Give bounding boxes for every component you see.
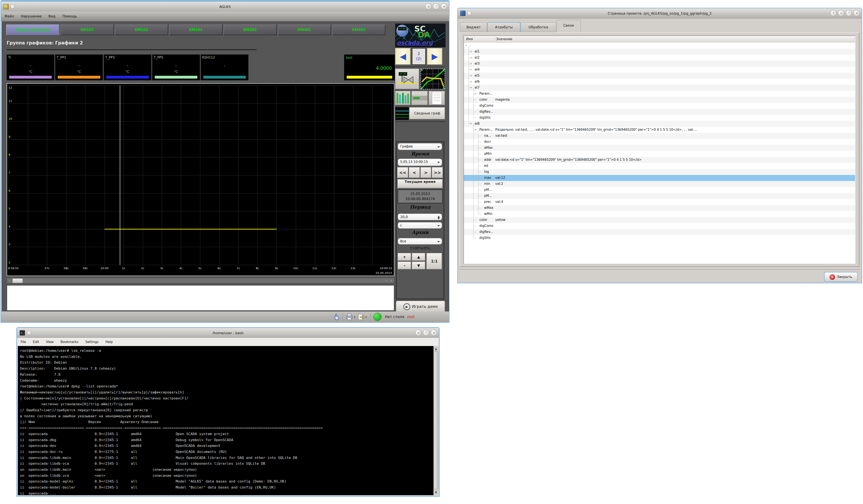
trend-chart[interactable]: 121110987654329:59:5557с58с59с10:001с2с3… (7, 83, 395, 276)
tree-row-el5[interactable]: ›el5 (464, 73, 855, 79)
aglks-titlebar[interactable]: AGLKS v^x (1, 2, 449, 12)
export-dropdown-icon[interactable]: ∨ (365, 315, 367, 318)
expand-arrow-icon[interactable]: › (475, 91, 476, 96)
zoom-out-button[interactable]: - (398, 262, 411, 269)
terminal-maximize-button[interactable]: ^ (423, 329, 429, 336)
next-page-button[interactable]: ▶ (427, 48, 442, 65)
tree-row-color[interactable]: colormagenta (464, 97, 855, 103)
terminal-minimize-button[interactable]: v (415, 329, 422, 336)
time-step-button-<<[interactable]: << (397, 167, 408, 178)
menu-item-Settings[interactable]: Settings (82, 338, 102, 346)
menu-item-Файл[interactable]: Файл (1, 12, 17, 21)
menu-item-Help[interactable]: Help (102, 338, 116, 346)
scroll-down-button[interactable]: ▼ (412, 262, 425, 269)
collapse-arrow-icon[interactable]: › (469, 123, 473, 124)
expand-arrow-icon[interactable]: › (470, 55, 472, 60)
menu-item-View[interactable]: View (42, 338, 57, 346)
tree-row-log[interactable]: log (464, 169, 855, 175)
time-step-button-<[interactable]: < (409, 167, 420, 178)
tree-row-el7[interactable]: ›el7 (464, 85, 855, 91)
tree-row-el8[interactable]: ›el8 (464, 121, 855, 127)
aglks-maximize-button[interactable]: ^ (433, 3, 439, 10)
tree-row-digStts[interactable]: digStts (464, 115, 855, 121)
menu-item-Вид[interactable]: Вид (45, 12, 59, 21)
expand-arrow-icon[interactable]: › (470, 49, 472, 53)
tree-row-Param...[interactable]: ›Param... (464, 91, 855, 97)
tree-row-wMin[interactable]: wMin (464, 211, 855, 217)
tree-row-pM...[interactable]: pM... (464, 187, 855, 193)
tree-row-addr[interactable]: addrval:data:<d s="1" tm="1369465209" tm… (464, 157, 855, 163)
menu-item-File[interactable]: File (17, 338, 29, 346)
tree-row-Param...[interactable]: ›Param...Раздельно: val:test, , , , val:… (464, 127, 855, 133)
tree-row-digComs[interactable]: digComs (464, 223, 855, 229)
column-header-name[interactable]: Имя (466, 37, 473, 41)
period-unit-select[interactable]: с (398, 222, 442, 229)
scroll-up-icon[interactable]: ▲ (434, 346, 438, 351)
tab-Обработка[interactable]: Обработка (521, 22, 556, 33)
print-dropdown-icon[interactable]: ∨ (353, 315, 356, 318)
terminal-scrollbar-thumb[interactable] (434, 352, 438, 489)
collapse-arrow-icon[interactable]: › (469, 87, 473, 88)
expand-arrow-icon[interactable]: › (470, 79, 472, 84)
tab-KM301[interactable]: KM301 (278, 24, 331, 35)
terminal-titlebar[interactable]: >_ /home/user : bash v^x (17, 328, 439, 338)
tree-row-na...[interactable]: na...val:test (464, 133, 855, 139)
dialog-help-button[interactable]: ? (830, 10, 837, 16)
collapse-arrow-icon[interactable]: › (464, 45, 468, 46)
scroll-down-icon[interactable]: ▼ (434, 490, 438, 495)
tree-row-el1[interactable]: ›el1 (464, 49, 855, 55)
menu-item-Помощь[interactable]: Помощь (59, 12, 80, 21)
collapse-arrow-icon[interactable]: › (474, 129, 478, 130)
tab-KM201[interactable]: KM201 (169, 24, 222, 35)
tree-row-.[interactable]: ›. (464, 43, 855, 49)
tab-Атрибуты[interactable]: Атрибуты (488, 22, 520, 33)
tree-row-digRev...[interactable]: digRev... (464, 229, 855, 235)
scroll-up-button[interactable]: ▲ (412, 253, 425, 261)
tree-row-color[interactable]: coloryellow (464, 217, 855, 223)
terminal-close-button[interactable]: x (430, 329, 437, 336)
document-thumbnail-button[interactable] (429, 91, 445, 105)
scroll-left-icon[interactable]: ‹ (7, 278, 12, 283)
expand-arrow-icon[interactable]: › (470, 73, 472, 77)
summary-graph-thumbnail[interactable] (395, 107, 409, 120)
chart-horizontal-scrollbar[interactable]: ‹ ‹ › (7, 278, 395, 284)
hand-cursor-icon[interactable] (333, 313, 340, 321)
terminal-scrollbar[interactable]: ▲ ▼ (434, 346, 438, 495)
menu-item-Bookmarks[interactable]: Bookmarks (57, 338, 82, 346)
current-user-text[interactable]: root (407, 315, 414, 319)
expand-arrow-icon[interactable]: › (470, 67, 472, 72)
zoom-in-button[interactable]: + (398, 253, 411, 261)
chart-time-cursor[interactable] (120, 86, 120, 265)
tree-row-max[interactable]: maxval:12 (464, 175, 855, 181)
time-select[interactable]: 5.05.13 10:00:15 (398, 159, 442, 166)
column-grip-icon[interactable]: ⋮ (493, 37, 495, 41)
scroll-right-icon[interactable]: › (389, 278, 394, 283)
tab-Виджет[interactable]: Виджет (460, 22, 487, 33)
summary-graph-button[interactable]: Сводные граф (409, 107, 445, 119)
time-step-button->>[interactable]: >> (432, 167, 443, 178)
tree-row-dscr[interactable]: dscr (464, 139, 855, 145)
panel-thumbnail-button[interactable] (412, 91, 428, 105)
one-to-one-button[interactable]: 1:1 (427, 253, 442, 269)
tree-row-ed[interactable]: ed (464, 163, 855, 169)
tab-Общестанционка[interactable]: Общестанционка (6, 24, 60, 35)
aglks-close-button[interactable]: x (441, 3, 447, 10)
dialog-close-button[interactable]: x (853, 10, 860, 16)
tab-KM202[interactable]: KM202 (224, 24, 277, 35)
tree-row-prec[interactable]: precval:4 (464, 199, 855, 205)
menu-item-Нарушение[interactable]: Нарушение (17, 12, 45, 21)
scroll-left-icon[interactable]: ‹ (384, 278, 389, 283)
tab-KM101[interactable]: KM101 (61, 24, 114, 35)
tree-row-pM...[interactable]: pM... (464, 193, 855, 199)
expand-arrow-icon[interactable]: › (470, 61, 472, 65)
print-icon[interactable] (346, 313, 353, 321)
tree-row-wMax[interactable]: wMax (464, 205, 855, 211)
spinner-arrows-icon[interactable]: ▲▼ (438, 215, 440, 219)
dialog-minimize-button[interactable]: v (838, 10, 844, 16)
play-demo-button[interactable]: ▶Играть демо (396, 301, 445, 312)
column-header-value[interactable]: Значение (496, 37, 512, 41)
tab-KM302[interactable]: KM302 (332, 24, 385, 35)
time-step-button->[interactable]: > (421, 167, 432, 178)
column-grip-icon[interactable]: ⋮ (853, 37, 854, 41)
tree-row-el4[interactable]: ›el4 (464, 67, 855, 73)
